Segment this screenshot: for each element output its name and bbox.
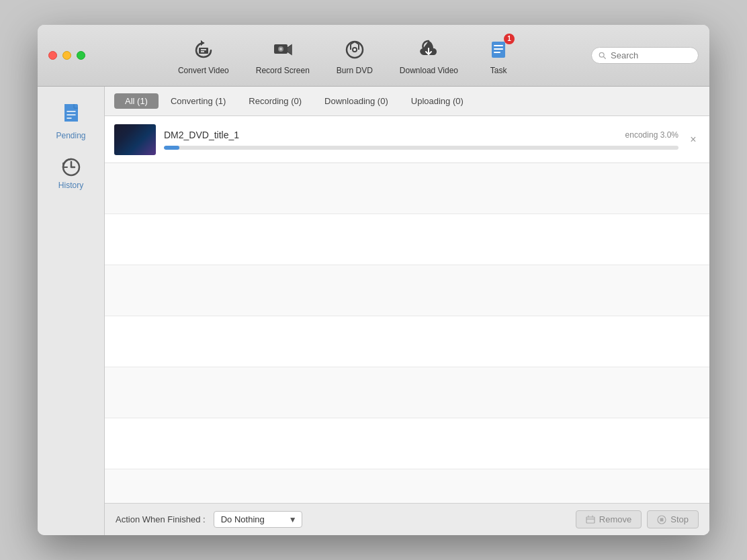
progress-bar-wrap [164,146,678,150]
action-when-finished-label: Action When Finished : [116,514,206,524]
titlebar: Convert Video Record Screen [38,25,709,87]
task-header: DM2_DVD_title_1 encoding 3.0% [164,130,678,140]
svg-rect-31 [660,518,664,521]
convert-icon [190,36,217,63]
burn-icon [341,36,368,63]
empty-row [105,265,709,316]
burn-dvd-label: Burn DVD [337,66,373,75]
remove-icon [586,515,595,524]
right-panel: All (1) Converting (1) Recording (0) Dow… [105,87,709,535]
progress-bar-fill [164,146,179,150]
bottom-actions: Remove Stop [576,510,699,528]
task-close-button[interactable]: × [687,133,700,146]
empty-row [105,367,709,418]
pending-icon [60,103,82,128]
history-icon [60,156,82,178]
task-thumbnail [114,124,156,155]
task-encoding: encoding 3.0% [625,130,678,140]
download-video-label: Download Video [400,66,458,75]
table-row: DM2_DVD_title_1 encoding 3.0% × [105,116,709,163]
remove-label: Remove [599,514,631,524]
task-label: Task [490,66,507,75]
empty-row [105,418,709,469]
tab-recording[interactable]: Recording (0) [238,93,312,109]
sidebar: Pending History [38,87,105,535]
tab-all[interactable]: All (1) [114,93,159,109]
tab-uploading[interactable]: Uploading (0) [400,93,474,109]
bottom-bar: Action When Finished : Do Nothing Shutdo… [105,503,709,535]
task-name: DM2_DVD_title_1 [164,130,239,140]
svg-line-20 [603,56,605,58]
download-video-button[interactable]: Download Video [400,36,458,75]
pending-label: Pending [56,131,85,140]
stop-icon [657,515,666,524]
traffic-lights [48,51,85,60]
task-button[interactable]: 1 Task [485,36,512,75]
task-list: DM2_DVD_title_1 encoding 3.0% × [105,116,709,503]
maximize-button[interactable] [77,51,85,60]
record-icon [269,36,296,63]
download-icon [415,36,442,63]
action-select-wrap: Do Nothing Shutdown Sleep Quit Applicati… [214,511,302,528]
empty-row [105,163,709,214]
burn-dvd-button[interactable]: Burn DVD [337,36,373,75]
remove-button[interactable]: Remove [576,510,642,528]
tab-converting[interactable]: Converting (1) [160,93,236,109]
empty-row [105,214,709,265]
minimize-button[interactable] [62,51,71,60]
convert-video-label: Convert Video [178,66,229,75]
empty-row [105,469,709,503]
search-input[interactable] [611,50,691,60]
task-info: DM2_DVD_title_1 encoding 3.0% [164,130,678,150]
sidebar-item-history[interactable]: History [44,151,98,195]
app-window: Convert Video Record Screen [38,25,709,535]
action-select[interactable]: Do Nothing Shutdown Sleep Quit Applicati… [214,511,302,528]
history-label: History [58,181,83,190]
filter-tabs: All (1) Converting (1) Recording (0) Dow… [105,87,709,116]
search-icon [599,51,607,60]
tab-downloading[interactable]: Downloading (0) [314,93,399,109]
search-bar [591,47,699,64]
toolbar: Convert Video Record Screen [99,36,591,75]
svg-rect-26 [586,517,595,523]
sidebar-item-pending[interactable]: Pending [44,97,98,146]
convert-video-button[interactable]: Convert Video [178,36,229,75]
empty-row [105,316,709,367]
record-screen-button[interactable]: Record Screen [256,36,310,75]
stop-button[interactable]: Stop [647,510,699,528]
stop-label: Stop [670,514,689,524]
main-content: Pending History All (1) Converting (1) R… [38,87,709,535]
task-badge: 1 [504,34,515,44]
svg-rect-0 [199,48,208,54]
record-screen-label: Record Screen [256,66,310,75]
task-icon: 1 [485,36,512,63]
svg-point-5 [279,48,282,50]
svg-point-13 [353,48,356,51]
close-button[interactable] [48,51,57,60]
